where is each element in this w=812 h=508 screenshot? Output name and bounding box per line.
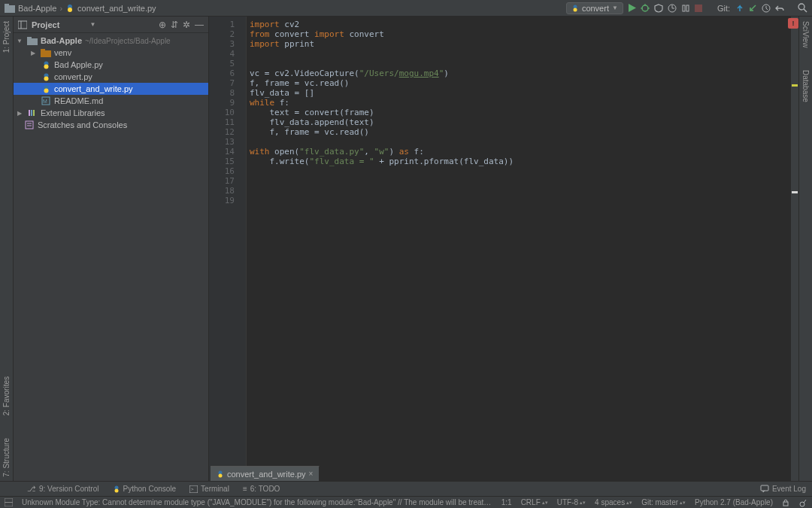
status-message[interactable]: Unknown Module Type: Cannot determine mo… [22, 498, 492, 506]
line-separator[interactable]: CRLF▴▾ [521, 498, 548, 506]
warning-mark[interactable] [792, 84, 798, 87]
git-branch[interactable]: Git: master▴▾ [641, 498, 686, 506]
code-area[interactable]: 12345678910111213141516171819 import cv2… [209, 17, 798, 483]
git-label: Git: [717, 4, 730, 13]
tree-file-selected[interactable]: convert_and_write.py [14, 83, 208, 95]
svg-point-18 [798, 4, 804, 10]
arrow-right-icon[interactable]: ▶ [29, 50, 38, 56]
tree-label: Scratches and Consoles [38, 120, 127, 129]
tab-python-console[interactable]: Python Console [113, 485, 177, 493]
code-text[interactable]: import cv2from convert import convertimp… [247, 17, 791, 483]
indent[interactable]: 4 spaces▴▾ [595, 498, 632, 506]
tool-favorites[interactable]: 2: Favorites [2, 376, 11, 415]
error-count-badge[interactable]: ! [788, 18, 798, 29]
tree-label: Bad Apple.py [54, 60, 103, 69]
hide-icon[interactable]: — [195, 20, 204, 30]
tree-file[interactable]: M README.md [14, 95, 208, 107]
settings-icon[interactable]: ✲ [183, 20, 190, 30]
tab-todo[interactable]: ≡ 6: TODO [243, 485, 280, 493]
speech-bubble-icon [760, 485, 769, 493]
editor-tab[interactable]: convert_and_write.py × [211, 466, 320, 481]
svg-text:M: M [43, 99, 47, 104]
locate-icon[interactable]: ⊕ [159, 20, 166, 30]
tree-root-path: ~/IdeaProjects/Bad-Apple [85, 37, 171, 45]
svg-rect-34 [29, 110, 30, 116]
close-icon[interactable]: × [309, 470, 314, 478]
git-update-icon[interactable] [736, 4, 744, 12]
tool-structure[interactable]: 7: Structure [2, 438, 11, 477]
error-stripe[interactable]: ! [791, 17, 798, 483]
editor-tab-label: convert_and_write.py [227, 470, 306, 479]
editor-pane: 12345678910111213141516171819 import cv2… [209, 17, 798, 483]
tool-sciview[interactable]: SciView [801, 21, 810, 47]
tab-terminal[interactable]: > Terminal [189, 485, 229, 493]
sidebar-title[interactable]: Project [32, 20, 86, 29]
tree-root[interactable]: ▼ Bad-Apple ~/IdeaProjects/Bad-Apple [14, 35, 208, 47]
tool-database[interactable]: Database [801, 70, 810, 102]
project-view-icon [18, 20, 27, 29]
status-bar: Unknown Module Type: Cannot determine mo… [0, 496, 812, 508]
svg-rect-14 [683, 5, 685, 11]
chevron-down-icon[interactable]: ▼ [90, 21, 96, 28]
svg-rect-20 [18, 21, 27, 29]
git-history-icon[interactable] [762, 4, 771, 13]
tree-scratches[interactable]: Scratches and Consoles [14, 119, 208, 131]
right-tool-strip: SciView Database [798, 17, 812, 483]
inspector-icon[interactable] [798, 498, 807, 507]
breadcrumb-file[interactable]: convert_and_write.py [77, 4, 156, 13]
left-tool-strip: 1: Project 2: Favorites 7: Structure [0, 17, 14, 483]
editor-tabs: convert_and_write.py × [209, 466, 320, 481]
folder-special-icon [41, 47, 51, 58]
svg-rect-35 [31, 110, 32, 116]
breadcrumb[interactable]: Bad-Apple › convert_and_write.py [5, 4, 156, 13]
fold-column[interactable] [239, 17, 247, 483]
coverage-icon[interactable] [654, 4, 663, 13]
svg-rect-15 [686, 5, 689, 11]
arrow-down-icon[interactable]: ▼ [15, 38, 24, 44]
git-commit-icon[interactable] [749, 4, 757, 12]
tree-label: convert_and_write.py [54, 84, 133, 93]
svg-point-3 [68, 8, 72, 12]
svg-rect-46 [761, 485, 768, 491]
breadcrumb-project[interactable]: Bad-Apple [18, 4, 56, 13]
status-icon[interactable] [5, 498, 13, 506]
svg-rect-16 [695, 5, 702, 12]
run-icon[interactable] [628, 4, 636, 12]
line-number-gutter[interactable]: 12345678910111213141516171819 [209, 17, 239, 483]
svg-point-27 [44, 64, 48, 68]
attach-icon[interactable] [681, 4, 690, 13]
tree-ext-libs[interactable]: ▶ External Libraries [14, 107, 208, 119]
stop-icon[interactable] [695, 5, 702, 12]
event-log-button[interactable]: Event Log [760, 485, 806, 493]
tree-folder-venv[interactable]: ▶ venv [14, 47, 208, 59]
project-sidebar: Project ▼ ⊕ ⇵ ✲ — ▼ Bad-Apple ~/IdeaProj… [14, 17, 209, 483]
sidebar-header: Project ▼ ⊕ ⇵ ✲ — [14, 17, 208, 33]
branch-icon: ⎇ [27, 485, 36, 493]
debug-icon[interactable] [641, 4, 650, 13]
svg-rect-0 [5, 5, 15, 13]
folder-icon [5, 4, 15, 13]
svg-point-41 [219, 473, 223, 477]
python-icon [113, 485, 120, 493]
svg-rect-23 [27, 37, 32, 39]
profiler-icon[interactable] [668, 4, 677, 13]
cursor-position[interactable]: 1:1 [501, 498, 512, 506]
search-icon[interactable] [798, 3, 807, 13]
encoding[interactable]: UTF-8▴▾ [557, 498, 586, 506]
run-config-selector[interactable]: convert ▼ [566, 2, 623, 14]
python-file-icon [41, 71, 51, 82]
tab-version-control[interactable]: ⎇ 9: Version Control [27, 485, 99, 493]
project-tree[interactable]: ▼ Bad-Apple ~/IdeaProjects/Bad-Apple ▶ v… [14, 33, 208, 483]
expand-icon[interactable]: ⇵ [171, 20, 178, 30]
arrow-right-icon[interactable]: ▶ [15, 110, 24, 117]
tool-project[interactable]: 1: Project [2, 21, 11, 53]
tree-file[interactable]: Bad Apple.py [14, 59, 208, 71]
scroll-mark [792, 191, 798, 193]
svg-rect-24 [41, 50, 51, 57]
svg-marker-6 [629, 4, 636, 12]
python-interpreter[interactable]: Python 2.7 (Bad-Apple) [695, 498, 773, 506]
git-revert-icon[interactable] [775, 4, 784, 13]
bottom-tool-tabs: ⎇ 9: Version Control Python Console > Te… [0, 481, 812, 496]
lock-icon[interactable] [782, 498, 789, 506]
tree-file[interactable]: convert.py [14, 71, 208, 83]
